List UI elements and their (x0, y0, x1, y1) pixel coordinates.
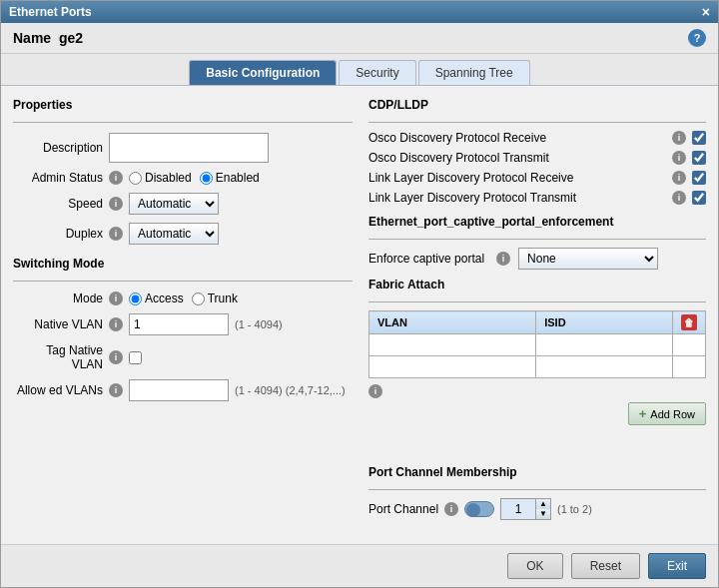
port-channel-label: Port Channel (368, 502, 438, 516)
cdp-info-1[interactable]: i (672, 151, 686, 165)
switching-mode-section: Switching Mode Mode i Access Trunk (13, 257, 353, 401)
speed-label: Speed (13, 197, 103, 211)
reset-button[interactable]: Reset (571, 553, 640, 579)
tab-spanning-tree[interactable]: Spanning Tree (418, 60, 530, 85)
close-button[interactable]: × (702, 5, 710, 19)
enforce-select[interactable]: None (518, 248, 658, 270)
description-label: Description (13, 141, 103, 155)
fabric-action-cell (673, 334, 706, 356)
content-area: Properties Description Admin Status i Di… (1, 86, 718, 544)
cdp-checkbox-1[interactable] (692, 151, 706, 165)
fabric-delete-header-icon[interactable]: 🗑 (681, 314, 697, 330)
fabric-info-icon[interactable]: i (368, 384, 382, 398)
tab-security[interactable]: Security (339, 60, 415, 85)
disabled-radio[interactable] (129, 172, 142, 185)
trunk-radio[interactable] (192, 293, 205, 305)
port-channel-spinbox: ▲ ▼ (500, 498, 551, 520)
cdp-label-1: Osco Discovery Protocol Transmit (368, 151, 666, 165)
fabric-vlan-cell (369, 334, 536, 356)
footer-bar: OK Reset Exit (1, 544, 718, 587)
disabled-radio-label[interactable]: Disabled (129, 171, 192, 185)
cdp-row-1: Osco Discovery Protocol Transmit i (368, 151, 706, 165)
cdp-info-0[interactable]: i (672, 131, 686, 145)
native-vlan-range: (1 - 4094) (235, 318, 283, 330)
enabled-radio-label[interactable]: Enabled (200, 171, 260, 185)
fabric-action-cell-2 (673, 356, 706, 378)
fabric-empty-row (369, 334, 706, 356)
access-radio[interactable] (129, 293, 142, 305)
captive-portal-title: Ethernet_port_captive_portal_enforcement (368, 215, 706, 231)
ethernet-ports-dialog: Ethernet Ports × Name ge2 ? Basic Config… (0, 0, 719, 588)
dialog-title: Ethernet Ports (9, 5, 92, 19)
enforce-info-icon[interactable]: i (496, 252, 510, 266)
tag-native-vlan-checkbox[interactable] (129, 351, 142, 364)
plus-icon: + (639, 406, 647, 421)
name-label: Name ge2 (13, 30, 83, 46)
add-row-button[interactable]: + Add Row (628, 402, 706, 425)
cdp-row-0: Osco Discovery Protocol Receive i (368, 131, 706, 145)
exit-button[interactable]: Exit (648, 553, 706, 579)
description-input[interactable] (109, 133, 269, 163)
cdp-checkbox-0[interactable] (692, 131, 706, 145)
enabled-radio[interactable] (200, 172, 213, 185)
mode-radio-group: Access Trunk (129, 292, 238, 305)
duplex-info-icon[interactable]: i (109, 227, 123, 241)
tag-native-vlan-info-icon[interactable]: i (109, 350, 123, 364)
spinbox-buttons: ▲ ▼ (536, 498, 551, 520)
fabric-isid-cell (536, 334, 673, 356)
tab-basic-configuration[interactable]: Basic Configuration (189, 60, 337, 85)
allowed-vlans-row: Allow ed VLANs i (1 - 4094) (2,4,7-12,..… (13, 379, 353, 401)
allowed-vlans-range: (1 - 4094) (2,4,7-12,...) (235, 384, 346, 396)
properties-title: Properties (13, 98, 353, 114)
trunk-radio-label[interactable]: Trunk (192, 292, 238, 305)
duplex-select[interactable]: Automatic (129, 223, 219, 245)
cdp-info-3[interactable]: i (672, 191, 686, 205)
mode-label: Mode (13, 292, 103, 305)
native-vlan-label: Native VLAN (13, 317, 103, 331)
left-panel: Properties Description Admin Status i Di… (13, 98, 353, 532)
admin-status-label: Admin Status (13, 171, 103, 185)
cdp-row-2: Link Layer Discovery Protocol Receive i (368, 171, 706, 185)
port-channel-value-input[interactable] (500, 498, 536, 520)
admin-status-radio-group: Disabled Enabled (129, 171, 260, 185)
cdp-label-3: Link Layer Discovery Protocol Transmit (368, 191, 666, 205)
mode-row: Mode i Access Trunk (13, 292, 353, 305)
cdp-checkbox-2[interactable] (692, 171, 706, 185)
mode-info-icon[interactable]: i (109, 292, 123, 305)
speed-select[interactable]: Automatic (129, 193, 219, 215)
cdp-info-2[interactable]: i (672, 171, 686, 185)
port-channel-row: Port Channel i ▲ ▼ (1 to 2) (368, 498, 706, 520)
spinbox-up-button[interactable]: ▲ (536, 499, 550, 509)
help-icon[interactable]: ? (688, 29, 706, 47)
spinbox-down-button[interactable]: ▼ (536, 509, 550, 519)
fabric-col-isid: ISID (536, 311, 673, 334)
duplex-row: Duplex i Automatic (13, 223, 353, 245)
switching-mode-title: Switching Mode (13, 257, 353, 273)
ok-button[interactable]: OK (507, 553, 562, 579)
speed-info-icon[interactable]: i (109, 197, 123, 211)
speed-row: Speed i Automatic (13, 193, 353, 215)
port-channel-section: Port Channel Membership Port Channel i ▲… (368, 465, 706, 520)
fabric-col-vlan: VLAN (369, 311, 536, 334)
fabric-vlan-cell-2 (369, 356, 536, 378)
port-channel-title: Port Channel Membership (368, 465, 706, 481)
fabric-attach-title: Fabric Attach (368, 278, 706, 294)
allowed-vlans-info-icon[interactable]: i (109, 383, 123, 397)
native-vlan-input[interactable] (129, 313, 229, 335)
access-radio-label[interactable]: Access (129, 292, 184, 305)
native-vlan-row: Native VLAN i (1 - 4094) (13, 313, 353, 335)
cdp-checkbox-3[interactable] (692, 191, 706, 205)
native-vlan-info-icon[interactable]: i (109, 317, 123, 331)
duplex-label: Duplex (13, 227, 103, 241)
fabric-attach-table: VLAN ISID 🗑 (368, 310, 706, 378)
admin-status-info-icon[interactable]: i (109, 171, 123, 185)
tag-native-vlan-label: Tag Native VLAN (13, 343, 103, 371)
title-bar: Ethernet Ports × (1, 1, 718, 23)
port-channel-toggle[interactable] (464, 501, 494, 517)
fabric-empty-row-2 (369, 356, 706, 378)
allowed-vlans-input[interactable] (129, 379, 229, 401)
tabs-bar: Basic Configuration Security Spanning Tr… (1, 54, 718, 86)
cdp-row-3: Link Layer Discovery Protocol Transmit i (368, 191, 706, 205)
port-channel-range: (1 to 2) (557, 503, 592, 515)
port-channel-info-icon[interactable]: i (444, 502, 458, 516)
